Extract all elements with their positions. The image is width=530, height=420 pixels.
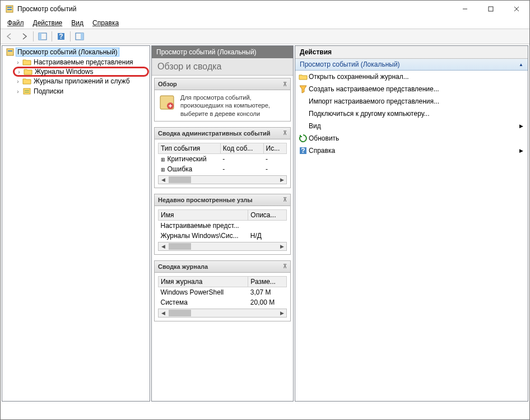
admin-summary-header[interactable]: Сводка административных событий ⊼ [155, 128, 290, 139]
column-header[interactable]: Тип события [159, 143, 221, 153]
overview-icon [158, 94, 176, 111]
minimize-button[interactable] [452, 1, 478, 17]
tree-item[interactable]: ›Журналы приложений и служб [13, 76, 148, 86]
window-controls [452, 1, 529, 17]
overview-body: Для просмотра событий, произошедших на к… [155, 90, 290, 121]
toolbar-separator [70, 31, 71, 41]
column-header[interactable]: Описа... [248, 209, 287, 220]
action-label: Создать настраиваемое представление... [309, 85, 439, 93]
column-header[interactable]: Разме... [248, 276, 287, 287]
collapse-icon: ⊼ [283, 197, 287, 203]
log-summary-table: Имя журналаРазме...Windows PowerShell3,0… [158, 276, 287, 307]
expand-icon[interactable]: › [15, 59, 21, 66]
help-icon: ? [299, 146, 308, 155]
tree-item[interactable]: ›Подписки [13, 86, 148, 96]
log-summary-label: Сводка журнала [158, 263, 208, 270]
actions-group-header[interactable]: Просмотр событий (Локальный) ▲ [295, 59, 528, 71]
log-summary-body: Имя журналаРазме...Windows PowerShell3,0… [155, 273, 290, 321]
actions-pane-title: Действия [295, 46, 528, 59]
action-label: Импорт настраиваемого представления... [309, 97, 439, 105]
scrollbar[interactable]: ◀▶ [158, 242, 287, 251]
tree-item[interactable]: ›Журналы Windows [13, 67, 149, 77]
folder-icon [22, 77, 31, 86]
tree-item[interactable]: ›Настраиваемые представления [13, 57, 148, 67]
expand-icon[interactable]: › [15, 88, 21, 95]
collapse-icon: ⊼ [283, 81, 287, 87]
collapse-icon: ⊼ [283, 130, 287, 136]
collapse-icon: ⊼ [283, 263, 287, 269]
expand-icon[interactable]: › [16, 69, 22, 75]
overview-header[interactable]: Обзор ⊼ [155, 78, 290, 90]
submenu-arrow-icon: ▶ [519, 148, 523, 153]
none-icon [299, 122, 308, 130]
overview-text: Для просмотра событий, произошедших на к… [180, 94, 287, 118]
tree-root-item[interactable]: Просмотр событий (Локальный) [3, 47, 148, 57]
submenu-arrow-icon: ▶ [519, 123, 523, 129]
action-item[interactable]: Вид▶ [295, 120, 528, 132]
window-title: Просмотр событий [17, 5, 452, 13]
panel-button[interactable] [73, 30, 86, 43]
column-header[interactable]: Имя [159, 209, 248, 220]
show-tree-button[interactable] [36, 30, 49, 43]
app-icon [5, 4, 14, 13]
expand-icon[interactable]: › [15, 78, 21, 85]
action-label: Подключиться к другому компьютеру... [309, 110, 430, 118]
menubar: Файл Действие Вид Справка [1, 17, 529, 29]
details-pane: Просмотр событий (Локальный) Обзор и сво… [151, 45, 294, 402]
table-row[interactable]: Критический-- [159, 153, 287, 164]
funnel-icon [299, 85, 308, 94]
action-item[interactable]: Подключиться к другому компьютеру... [295, 108, 528, 120]
action-item[interactable]: Обновить [295, 132, 528, 144]
maximize-button[interactable] [478, 1, 504, 17]
back-button[interactable] [3, 30, 16, 43]
menu-help[interactable]: Справка [88, 18, 123, 28]
tree-children: ›Настраиваемые представления›Журналы Win… [3, 57, 148, 96]
folder-icon [22, 58, 31, 67]
close-button[interactable] [504, 1, 529, 17]
column-header[interactable]: Ис... [263, 143, 286, 153]
content-area: Просмотр событий (Локальный) ›Настраивае… [1, 44, 529, 403]
tree-item-label: Настраиваемые представления [32, 58, 134, 67]
tree-item-label: Подписки [32, 87, 64, 96]
svg-rect-13 [7, 49, 13, 55]
admin-summary-table: Тип событияКод соб...Ис...Критический--О… [158, 143, 287, 174]
scrollbar[interactable]: ◀▶ [158, 309, 287, 318]
forward-button[interactable] [17, 30, 31, 43]
log-summary-header[interactable]: Сводка журнала ⊼ [155, 261, 290, 273]
action-label: Справка [309, 147, 335, 155]
table-row[interactable]: Журналы Windows\Сис...Н/Д [159, 231, 287, 241]
action-item[interactable]: Создать настраиваемое представление... [295, 83, 528, 95]
svg-text:?: ? [59, 32, 63, 40]
recent-nodes-label: Недавно просмотренные узлы [158, 197, 253, 203]
refresh-icon [299, 134, 308, 143]
action-item[interactable]: ?Справка▶ [295, 144, 528, 157]
scrollbar[interactable]: ◀▶ [158, 175, 287, 184]
recent-nodes-section: Недавно просмотренные узлы ⊼ ИмяОписа...… [154, 194, 291, 255]
svg-rect-16 [25, 90, 29, 91]
none-icon [299, 97, 308, 106]
menu-file[interactable]: Файл [3, 18, 29, 28]
menu-view[interactable]: Вид [67, 18, 88, 28]
column-header[interactable]: Код соб... [220, 143, 263, 153]
details-scroll[interactable]: Обзор ⊼ Для просмотра событий, произошед… [152, 76, 293, 401]
table-row[interactable]: Ошибка-- [159, 164, 287, 174]
folder-icon [22, 87, 31, 96]
collapse-triangle-icon: ▲ [519, 62, 523, 67]
table-row[interactable]: Система20,00 М [159, 297, 287, 307]
recent-nodes-header[interactable]: Недавно просмотренные узлы ⊼ [155, 194, 290, 206]
table-row[interactable]: Windows PowerShell3,07 М [159, 287, 287, 297]
details-title: Просмотр событий (Локальный) [152, 46, 293, 58]
svg-rect-4 [489, 7, 493, 11]
log-summary-section: Сводка журнала ⊼ Имя журналаРазме...Wind… [154, 260, 291, 321]
actions-group-label: Просмотр событий (Локальный) [300, 60, 400, 68]
table-row[interactable]: Настраиваемые предст... [159, 220, 287, 231]
action-label: Открыть сохраненный журнал... [309, 73, 409, 81]
svg-rect-15 [24, 88, 30, 94]
action-item[interactable]: Импорт настраиваемого представления... [295, 95, 528, 108]
svg-rect-8 [39, 33, 41, 40]
action-label: Вид [309, 122, 321, 130]
column-header[interactable]: Имя журнала [159, 276, 248, 287]
action-item[interactable]: Открыть сохраненный журнал... [295, 71, 528, 83]
menu-action[interactable]: Действие [29, 18, 67, 28]
help-button[interactable]: ? [54, 30, 68, 43]
